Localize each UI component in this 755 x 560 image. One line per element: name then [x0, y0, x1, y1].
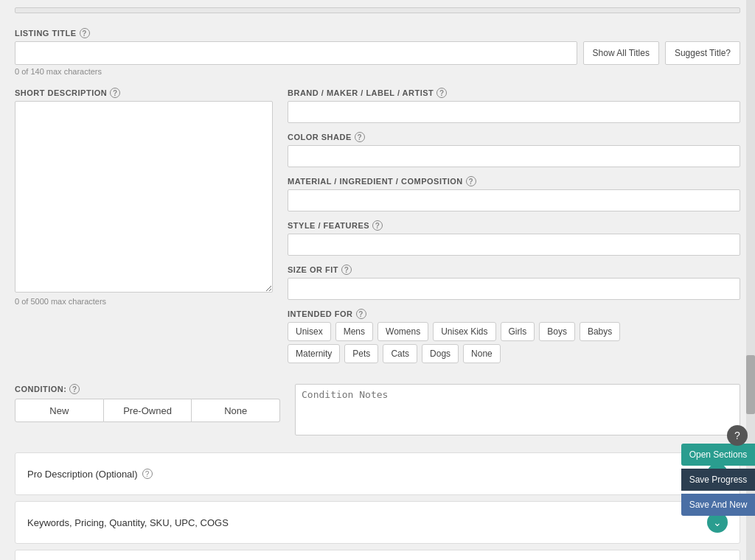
show-all-titles-button[interactable]: Show All Titles: [583, 41, 659, 65]
save-and-new-button[interactable]: Save And New: [681, 494, 755, 516]
accordion-keywords: Keywords, Pricing, Quantity, SKU, UPC, C…: [15, 501, 740, 544]
accordion-shipping: Shipping and Variations ⌄: [15, 550, 740, 560]
condition-section: CONDITION: ? New Pre-Owned None: [15, 384, 740, 438]
short-desc-textarea[interactable]: [15, 101, 273, 293]
two-column-section: SHORT DESCRIPTION ? 0 of 5000 max charac…: [15, 88, 740, 369]
condition-label: CONDITION: ?: [15, 384, 280, 394]
material-input[interactable]: [288, 189, 740, 211]
listing-title-input[interactable]: [15, 41, 577, 65]
top-bar: [15, 7, 740, 13]
color-shade-input[interactable]: [288, 145, 740, 167]
accordion-pro-description: Pro Description (Optional) ? ⌄: [15, 452, 740, 495]
color-shade-field-group: COLOR SHADE ?: [288, 132, 740, 167]
brand-input[interactable]: [288, 101, 740, 123]
condition-label-text: CONDITION:: [15, 385, 66, 393]
listing-title-text: LISTING TITLE: [15, 29, 77, 38]
title-input-row: Show All Titles Suggest Title?: [15, 41, 740, 65]
right-panel: Open Sections Save Progress Save And New: [681, 444, 755, 516]
help-float-button[interactable]: ?: [727, 425, 748, 446]
main-content: LISTING TITLE ? Show All Titles Suggest …: [0, 0, 755, 560]
condition-help-icon[interactable]: ?: [69, 384, 80, 394]
condition-notes-textarea[interactable]: [295, 384, 740, 435]
style-help-icon[interactable]: ?: [372, 220, 383, 231]
listing-title-help-icon[interactable]: ?: [80, 28, 90, 38]
intended-for-help-icon[interactable]: ?: [356, 309, 366, 319]
brand-label-text: BRAND / MAKER / LABEL / ARTIST: [288, 88, 434, 97]
short-desc-text: SHORT DESCRIPTION: [15, 88, 107, 97]
size-input[interactable]: [288, 278, 740, 300]
suggest-title-button[interactable]: Suggest Title?: [665, 41, 740, 65]
condition-right: [295, 384, 740, 438]
condition-new-button[interactable]: New: [15, 399, 104, 422]
intended-for-tags-row1: Unisex Mens Womens Unisex Kids Girls Boy…: [288, 322, 740, 341]
listing-title-section: LISTING TITLE ? Show All Titles Suggest …: [15, 28, 740, 76]
color-shade-help-icon[interactable]: ?: [355, 132, 365, 142]
material-field-group: MATERIAL / INGREDIENT / COMPOSITION ?: [288, 176, 740, 211]
material-label-text: MATERIAL / INGREDIENT / COMPOSITION: [288, 177, 463, 186]
accordion-pro-description-header[interactable]: Pro Description (Optional) ? ⌄: [15, 453, 740, 494]
accordion-keywords-title: Keywords, Pricing, Quantity, SKU, UPC, C…: [27, 517, 229, 528]
style-label: STYLE / FEATURES ?: [288, 220, 740, 231]
short-desc-char-count: 0 of 5000 max characters: [15, 297, 273, 306]
tag-unisex-kids[interactable]: Unisex Kids: [433, 322, 495, 341]
style-label-text: STYLE / FEATURES: [288, 221, 369, 230]
brand-field-group: BRAND / MAKER / LABEL / ARTIST ?: [288, 88, 740, 123]
material-label: MATERIAL / INGREDIENT / COMPOSITION ?: [288, 176, 740, 186]
left-column: SHORT DESCRIPTION ? 0 of 5000 max charac…: [15, 88, 273, 369]
right-column: BRAND / MAKER / LABEL / ARTIST ? COLOR S…: [288, 88, 740, 369]
short-desc-label: SHORT DESCRIPTION ?: [15, 88, 273, 98]
tag-womens[interactable]: Womens: [378, 322, 428, 341]
accordion-pro-desc-help-icon[interactable]: ?: [142, 469, 153, 479]
condition-none-button[interactable]: None: [192, 399, 280, 422]
condition-buttons: New Pre-Owned None: [15, 399, 280, 422]
tag-girls[interactable]: Girls: [501, 322, 535, 341]
color-shade-label: COLOR SHADE ?: [288, 132, 740, 142]
tag-none[interactable]: None: [463, 344, 501, 363]
style-input[interactable]: [288, 234, 740, 256]
tag-dogs[interactable]: Dogs: [422, 344, 459, 363]
listing-title-label: LISTING TITLE ?: [15, 28, 740, 38]
accordion-keywords-header[interactable]: Keywords, Pricing, Quantity, SKU, UPC, C…: [15, 502, 740, 543]
intended-for-section: INTENDED FOR ? Unisex Mens Womens Unisex…: [288, 309, 740, 363]
size-field-group: SIZE OR FIT ?: [288, 265, 740, 300]
save-progress-button[interactable]: Save Progress: [681, 469, 755, 491]
accordion-pro-description-title: Pro Description (Optional) ?: [27, 469, 153, 480]
condition-preowned-button[interactable]: Pre-Owned: [104, 399, 192, 422]
size-label-text: SIZE OR FIT: [288, 265, 338, 274]
brand-help-icon[interactable]: ?: [436, 88, 447, 98]
short-desc-help-icon[interactable]: ?: [110, 88, 120, 98]
size-label: SIZE OR FIT ?: [288, 265, 740, 275]
tag-pets[interactable]: Pets: [344, 344, 378, 363]
material-help-icon[interactable]: ?: [466, 176, 476, 186]
tag-mens[interactable]: Mens: [335, 322, 373, 341]
style-field-group: STYLE / FEATURES ?: [288, 220, 740, 256]
tag-babys[interactable]: Babys: [580, 322, 620, 341]
accordion-shipping-header[interactable]: Shipping and Variations ⌄: [15, 550, 740, 560]
intended-for-tags-row2: Maternity Pets Cats Dogs None: [288, 344, 740, 363]
condition-left: CONDITION: ? New Pre-Owned None: [15, 384, 280, 422]
listing-title-char-count: 0 of 140 max characters: [15, 67, 740, 76]
tag-cats[interactable]: Cats: [383, 344, 417, 363]
open-sections-button[interactable]: Open Sections: [681, 444, 755, 466]
intended-for-label-text: INTENDED FOR: [288, 309, 353, 318]
page-wrapper: LISTING TITLE ? Show All Titles Suggest …: [0, 0, 755, 560]
tag-boys[interactable]: Boys: [539, 322, 575, 341]
scrollbar-thumb[interactable]: [746, 355, 755, 414]
tag-maternity[interactable]: Maternity: [288, 344, 340, 363]
intended-for-label: INTENDED FOR ?: [288, 309, 740, 319]
color-shade-label-text: COLOR SHADE: [288, 133, 352, 141]
tag-unisex[interactable]: Unisex: [288, 322, 331, 341]
size-help-icon[interactable]: ?: [341, 265, 352, 275]
brand-label: BRAND / MAKER / LABEL / ARTIST ?: [288, 88, 740, 98]
